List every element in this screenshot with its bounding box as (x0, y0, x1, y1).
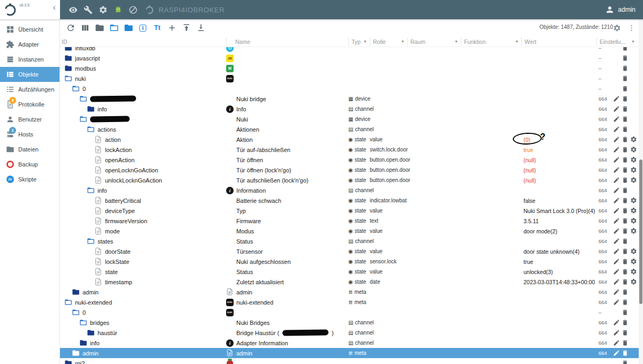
add-object-button[interactable] (165, 21, 179, 35)
expand-all-button[interactable] (107, 21, 121, 35)
visibility-icon[interactable] (68, 4, 78, 15)
object-row-states[interactable]: statesStatus▤channel664 (60, 236, 639, 246)
folder-icon[interactable] (79, 339, 87, 347)
delete-object-icon[interactable] (621, 227, 629, 235)
file-icon[interactable] (94, 196, 102, 204)
value-cell[interactable] (521, 104, 596, 114)
refresh-button[interactable] (63, 21, 78, 35)
folder-open-icon[interactable] (72, 85, 80, 93)
edit-object-icon[interactable] (612, 186, 620, 194)
sidebar-item-protokolle[interactable]: Protokolle3 (0, 97, 59, 112)
sidebar-collapse-button[interactable]: ‹ (53, 3, 56, 12)
value-cell[interactable]: door state unknown(4) (521, 246, 596, 256)
column-filter-rolle[interactable]: Rolle▼ (370, 38, 407, 46)
delete-object-icon[interactable] (621, 135, 629, 143)
edit-object-icon[interactable] (612, 227, 620, 235)
value-cell[interactable] (521, 63, 596, 73)
delete-object-icon[interactable] (621, 176, 629, 184)
folder-icon[interactable] (64, 54, 72, 62)
custom-settings-icon[interactable] (630, 135, 638, 143)
folder-icon[interactable] (64, 47, 72, 52)
value-cell[interactable] (521, 358, 596, 364)
delete-object-icon[interactable] (621, 268, 629, 276)
edit-object-icon[interactable] (612, 176, 620, 184)
delete-object-icon[interactable] (621, 64, 629, 72)
custom-settings-icon[interactable] (630, 156, 638, 164)
value-cell[interactable]: 2023-03-03T14:48:33+00:00 (521, 277, 596, 287)
file-icon[interactable] (94, 146, 102, 154)
delete-object-icon[interactable] (621, 257, 629, 266)
file-icon[interactable] (94, 135, 102, 143)
sidebar-item-benutzer[interactable]: Benutzer (0, 112, 59, 127)
edit-object-icon[interactable] (612, 318, 620, 327)
delete-object-icon[interactable] (621, 74, 629, 82)
delete-object-icon[interactable] (621, 329, 629, 337)
custom-settings-icon[interactable] (630, 257, 638, 266)
file-icon[interactable] (94, 278, 102, 286)
value-cell[interactable]: true (521, 256, 596, 267)
delete-object-icon[interactable] (621, 298, 629, 306)
custom-settings-icon[interactable] (630, 217, 638, 225)
easy-admin-icon[interactable] (113, 4, 123, 15)
folder-open-icon[interactable] (64, 298, 72, 306)
folder-icon[interactable] (64, 64, 72, 72)
delete-object-icon[interactable] (621, 105, 629, 113)
folder-open-icon[interactable] (64, 74, 72, 82)
edit-object-icon[interactable] (612, 217, 620, 225)
custom-settings-icon[interactable] (630, 196, 638, 204)
edit-object-icon[interactable] (612, 247, 620, 255)
object-row-devicetype[interactable]: deviceTypeTyp◉statevalueNuki Smart Lock … (60, 206, 639, 216)
delete-object-icon[interactable] (621, 278, 629, 286)
value-cell[interactable] (521, 94, 596, 104)
expand-level-1-button[interactable]: 1 (136, 21, 150, 35)
edit-object-icon[interactable] (612, 146, 620, 154)
delete-object-icon[interactable] (621, 217, 629, 225)
object-row-0[interactable]: 0NUKI– (60, 307, 639, 317)
delete-object-icon[interactable] (621, 115, 629, 123)
edit-object-icon[interactable] (612, 349, 620, 357)
value-cell[interactable]: unlocked(3) (521, 267, 596, 277)
no-connection-icon[interactable] (128, 4, 138, 15)
value-cell[interactable] (521, 307, 596, 317)
delete-object-icon[interactable] (621, 308, 629, 316)
sidebar-item--bersicht[interactable]: Übersicht (0, 22, 59, 37)
upload-objects-button[interactable] (179, 21, 193, 35)
sidebar-item-aufz-hlungen[interactable]: Aufzählungen (0, 82, 59, 97)
edit-object-icon[interactable] (612, 339, 620, 347)
sidebar-item-adapter[interactable]: Adapter (0, 37, 59, 52)
value-cell[interactable]: (null) (521, 155, 596, 165)
view-columns-button[interactable] (78, 21, 92, 35)
value-cell[interactable] (521, 236, 596, 246)
value-cell[interactable]: Nuki Smart Lock 3.0 (Pro)(4) (521, 206, 596, 216)
edit-object-icon[interactable] (612, 329, 620, 337)
object-row-doorstate[interactable]: doorStateTürsensor◉statevaluedoor state … (60, 246, 639, 256)
object-row-admin[interactable]: adminadmin≣meta664 (60, 348, 639, 358)
custom-settings-icon[interactable] (630, 166, 638, 174)
value-cell[interactable] (521, 317, 596, 328)
delete-object-icon[interactable] (621, 47, 629, 52)
edit-object-icon[interactable] (612, 257, 620, 266)
delete-object-icon[interactable] (621, 166, 629, 174)
delete-object-icon[interactable] (621, 247, 629, 255)
file-icon[interactable] (94, 156, 102, 164)
object-row-mode[interactable]: modeModus◉statevaluedoor mode(2)664 (60, 226, 639, 236)
settings-icon[interactable] (98, 4, 108, 15)
folder-icon[interactable] (87, 105, 95, 113)
edit-object-icon[interactable] (612, 288, 620, 296)
object-row-bridges[interactable]: bridgesNuki Bridges▤channel664 (60, 317, 639, 328)
object-row-batterycritical[interactable]: batteryCriticalBatterie schwach◉stateind… (60, 195, 639, 206)
file-icon[interactable] (94, 166, 102, 174)
value-cell[interactable]: 3.5.11 (521, 216, 596, 226)
delete-object-icon[interactable] (621, 54, 629, 62)
custom-settings-icon[interactable] (630, 207, 638, 215)
delete-object-icon[interactable] (621, 339, 629, 347)
edit-object-icon[interactable] (612, 156, 620, 164)
object-row-rpi2[interactable]: rpi2 (60, 358, 639, 364)
delete-object-icon[interactable] (621, 125, 629, 133)
sidebar-item-objekte[interactable]: Objekte (0, 67, 59, 82)
delete-object-icon[interactable] (621, 95, 629, 103)
object-row-0[interactable]: 0– (60, 84, 639, 94)
folder-icon[interactable] (72, 349, 80, 357)
value-cell[interactable] (521, 328, 596, 338)
custom-settings-icon[interactable] (630, 176, 638, 184)
